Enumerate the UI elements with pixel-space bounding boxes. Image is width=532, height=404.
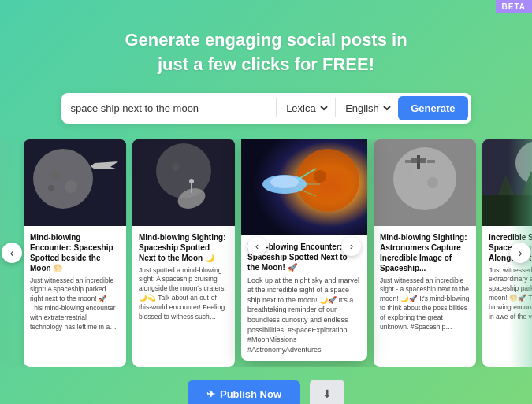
svg-point-29 [515, 141, 532, 185]
card-text-4: Just witnessed an incredible sight - a s… [380, 276, 470, 332]
card-text-2: Just spotted a mind-blowing sight: A spa… [139, 266, 229, 322]
lexica-select[interactable]: Lexica [281, 98, 330, 118]
generate-button[interactable]: Generate [398, 96, 467, 120]
svg-point-21 [393, 147, 456, 210]
card-text-1: Just witnessed an incredible sight! A sp… [30, 276, 120, 332]
svg-rect-27 [427, 160, 435, 163]
card-text-featured: Look up at the night sky and marvel at t… [247, 276, 361, 355]
publish-label: Publish Now [220, 388, 281, 400]
card-text-5: Just witnessed an extraordinary sight! A… [489, 266, 532, 322]
card-body-5: Incredible Sighting: Space Ship Spotted … [482, 226, 532, 328]
search-divider [276, 98, 277, 117]
download-button[interactable]: ⬇ [310, 380, 344, 404]
svg-line-17 [296, 169, 316, 180]
svg-point-13 [296, 149, 359, 212]
svg-point-7 [156, 143, 211, 198]
svg-rect-6 [132, 139, 235, 226]
svg-point-4 [48, 185, 54, 191]
card-image-2 [132, 139, 235, 226]
card-image-5 [482, 139, 532, 226]
post-card-4[interactable]: Mind-blowing Sighting: Astronomers Captu… [374, 139, 476, 368]
card-title-4: Mind-blowing Sighting: Astronomers Captu… [380, 232, 470, 273]
card-image-4 [374, 139, 476, 226]
beta-badge: BETA [496, 0, 532, 13]
header: Generate engaging social posts in just a… [0, 0, 532, 93]
svg-rect-20 [374, 139, 476, 226]
card-title-1: Mind-blowing Encounter: Spaceship Spotte… [30, 232, 120, 273]
card-body-1: Mind-blowing Encounter: Spaceship Spotte… [24, 226, 126, 339]
download-icon: ⬇ [322, 387, 332, 400]
svg-point-22 [405, 167, 413, 175]
svg-marker-5 [91, 161, 118, 169]
svg-point-11 [189, 179, 194, 183]
card-image-featured [241, 139, 367, 235]
search-input[interactable] [71, 102, 272, 114]
cards-prev-button[interactable]: ‹ [2, 243, 22, 263]
card-body-4: Mind-blowing Sighting: Astronomers Captu… [374, 226, 476, 339]
svg-marker-31 [498, 175, 514, 195]
publish-button[interactable]: ✈ Publish Now [188, 380, 300, 404]
publish-icon: ✈ [206, 388, 215, 400]
cards-next-button[interactable]: › [510, 243, 530, 263]
bottom-actions: ✈ Publish Now ⬇ [0, 380, 532, 404]
svg-point-8 [172, 163, 180, 171]
cards-wrapper: ‹ Mind-blowing Encounter: Spaceship Spot… [0, 139, 532, 368]
svg-rect-26 [405, 160, 413, 163]
card-body-2: Mind-blowing Sighting: Spaceship Spotted… [132, 226, 235, 328]
post-card-featured[interactable]: ‹ [241, 139, 367, 361]
post-card-1[interactable]: Mind-blowing Encounter: Spaceship Spotte… [24, 139, 126, 368]
svg-rect-0 [24, 139, 126, 226]
card-arrow-left[interactable]: ‹ [247, 237, 266, 256]
language-select[interactable]: English [340, 98, 393, 118]
svg-line-19 [296, 188, 316, 196]
svg-rect-28 [482, 139, 532, 226]
svg-marker-32 [522, 171, 532, 195]
page-title: Generate engaging social posts in just a… [16, 28, 516, 77]
card-title-2: Mind-blowing Sighting: Spaceship Spotted… [139, 232, 229, 263]
svg-point-23 [427, 177, 438, 188]
svg-point-2 [50, 170, 60, 180]
card-arrow-right[interactable]: › [342, 237, 361, 256]
post-card-2[interactable]: Mind-blowing Sighting: Spaceship Spotted… [132, 139, 235, 368]
svg-rect-25 [411, 158, 426, 163]
svg-point-1 [33, 149, 93, 209]
svg-rect-12 [241, 139, 367, 235]
svg-point-14 [314, 170, 326, 183]
svg-point-15 [262, 175, 307, 194]
svg-rect-30 [482, 195, 532, 226]
svg-point-9 [175, 184, 208, 212]
card-image-1 [24, 139, 126, 226]
svg-point-16 [270, 176, 299, 188]
search-divider2 [335, 98, 336, 117]
cards-scroll: Mind-blowing Encounter: Spaceship Spotte… [0, 139, 532, 368]
svg-rect-24 [417, 155, 420, 169]
search-bar: Lexica English Generate [61, 93, 471, 124]
svg-point-3 [65, 180, 77, 193]
